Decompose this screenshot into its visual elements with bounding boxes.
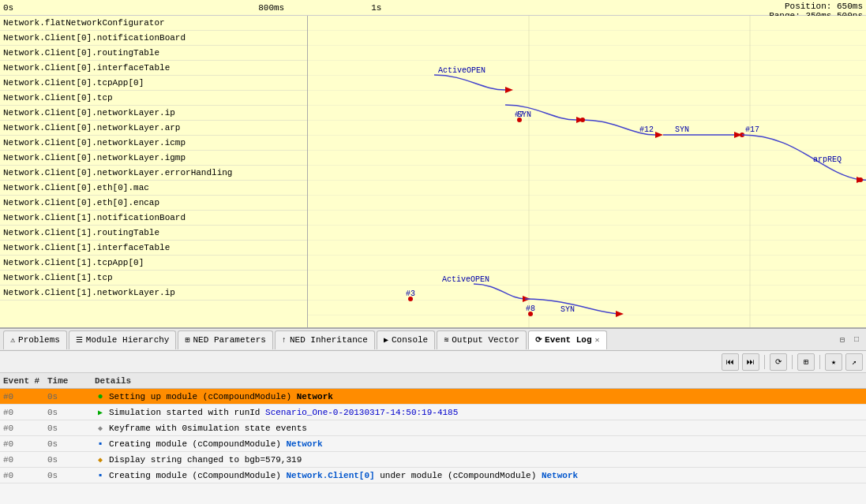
- module-row: Network.Client[0].tcp: [0, 91, 307, 106]
- maximize-btn[interactable]: □: [850, 334, 863, 346]
- event-details: ▪ Creating module (cCompoundModule) Netw…: [95, 470, 866, 481]
- event-table-header: Event # Time Details: [0, 373, 866, 389]
- event-detail-text: Creating module (cCompoundModule) Networ…: [109, 439, 323, 449]
- module-name-client: Network.Client[0]: [286, 471, 374, 480]
- tab-event-log-label: Event Log: [545, 335, 591, 345]
- module-row: Network.Client[1].networkLayer.ip: [0, 286, 307, 301]
- module-row: Network.Client[0].notificationBoard: [0, 31, 307, 46]
- event-icon-module: ▪: [95, 439, 106, 450]
- event-details: ▶ Simulation started with runId Scenario…: [95, 407, 866, 418]
- module-row: Network.Client[0].networkLayer.errorHand…: [0, 166, 307, 181]
- module-row: Network.Client[0].networkLayer.icmp: [0, 136, 307, 151]
- module-row: Network.flatNetworkConfigurator: [0, 16, 307, 31]
- toolbar-sep-1: [764, 355, 765, 369]
- event-detail-text: Setting up module (cCompoundModule) Netw…: [109, 392, 333, 401]
- event-icon-display: ◆: [95, 454, 106, 465]
- module-name: Network: [286, 439, 322, 449]
- event-icon-module2: ▪: [95, 470, 106, 481]
- svg-text:#3: #3: [406, 289, 415, 298]
- tab-ned-parameters-label: NED Parameters: [193, 335, 266, 345]
- ned-parameters-icon: ⊞: [185, 335, 189, 345]
- tab-bar: ⚠ Problems ☰ Module Hierarchy ⊞ NED Para…: [0, 329, 866, 351]
- col-details-header: Details: [95, 376, 866, 386]
- svg-point-19: [858, 177, 863, 182]
- time-800ms: 800ms: [258, 3, 284, 13]
- event-details: ▪ Creating module (cCompoundModule) Netw…: [95, 439, 866, 450]
- tab-problems[interactable]: ⚠ Problems: [3, 330, 67, 349]
- toolbar-btn-6[interactable]: ↗: [845, 353, 863, 371]
- module-hierarchy-icon: ☰: [76, 335, 83, 345]
- ned-inheritance-icon: ↑: [282, 336, 287, 345]
- event-row-2: #0 0s ◆ Keyframe with 0simulation state …: [0, 420, 866, 436]
- timeline-canvas[interactable]: ActiveOPEN SYN #7 #12 SYN #17: [308, 16, 866, 327]
- svg-text:SYN: SYN: [560, 305, 575, 314]
- event-log-toolbar: ⏮ ⏭ ⟳ ⊞ ★ ↗: [0, 351, 866, 373]
- svg-text:#12: #12: [639, 125, 654, 134]
- module-row: Network.Client[0].interfaceTable: [0, 61, 307, 76]
- toolbar-btn-5[interactable]: ★: [825, 353, 842, 371]
- module-row: Network.Client[0].networkLayer.ip: [0, 106, 307, 121]
- toolbar-btn-2[interactable]: ⏭: [742, 353, 759, 371]
- event-num: #0: [0, 408, 47, 417]
- toolbar-sep-2: [792, 355, 793, 369]
- tab-ned-inheritance-label: NED Inheritance: [290, 335, 368, 345]
- tab-module-hierarchy-label: Module Hierarchy: [86, 335, 170, 345]
- event-row-5: #0 0s ▪ Creating module (cCompoundModule…: [0, 468, 866, 483]
- svg-text:arpREQ: arpREQ: [813, 155, 842, 164]
- event-icon-play: ▶: [95, 407, 106, 418]
- svg-text:ActiveOPEN: ActiveOPEN: [438, 66, 485, 75]
- event-details: ● Setting up module (cCompoundModule) Ne…: [95, 391, 866, 402]
- toolbar-btn-3[interactable]: ⟳: [770, 353, 787, 371]
- event-detail-text: Creating module (cCompoundModule) Networ…: [109, 471, 578, 480]
- tab-module-hierarchy[interactable]: ☰ Module Hierarchy: [69, 330, 177, 349]
- module-row: Network.Client[1].tcp: [0, 271, 307, 286]
- module-row: Network.Client[1].notificationBoard: [0, 211, 307, 226]
- event-row-0: #0 0s ● Setting up module (cCompoundModu…: [0, 389, 866, 405]
- timeline-area: 0s 800ms 1s Position: 650ms Range: 350ms…: [0, 0, 866, 327]
- event-row-1: #0 0s ▶ Simulation started with runId Sc…: [0, 405, 866, 420]
- module-list: Network.flatNetworkConfigurator Network.…: [0, 16, 308, 327]
- event-time: 0s: [47, 455, 95, 465]
- svg-rect-1: [308, 16, 866, 327]
- tab-output-vector-label: Output Vector: [452, 335, 519, 345]
- event-log-icon: ⟳: [535, 335, 542, 345]
- module-row: Network.Client[0].routingTable: [0, 46, 307, 61]
- event-time: 0s: [47, 424, 95, 433]
- tab-ned-inheritance[interactable]: ↑ NED Inheritance: [275, 330, 375, 349]
- output-vector-icon: ≋: [444, 335, 448, 345]
- module-row: Network.Client[0].eth[0].encap: [0, 196, 307, 211]
- event-detail-text: Display string changed to bgb=579,319: [109, 455, 302, 465]
- run-id-link[interactable]: Scenario_One-0-20130317-14:50:19-4185: [265, 408, 458, 417]
- event-row-4: #0 0s ◆ Display string changed to bgb=57…: [0, 452, 866, 468]
- col-event-header: Event #: [0, 376, 47, 386]
- toolbar-btn-4[interactable]: ⊞: [797, 353, 815, 371]
- module-row: Network.Client[1].interfaceTable: [0, 241, 307, 256]
- timeline-svg: ActiveOPEN SYN #7 #12 SYN #17: [308, 16, 866, 327]
- module-row: Network.Client[0].eth[0].mac: [0, 181, 307, 196]
- timeline-header: 0s 800ms 1s Position: 650ms Range: 350ms…: [0, 0, 866, 16]
- tab-event-log[interactable]: ⟳ Event Log ✕: [528, 330, 606, 349]
- event-icon-green-circle: ●: [95, 391, 106, 402]
- event-num: #0: [0, 392, 47, 401]
- tab-console-label: Console: [392, 335, 428, 345]
- tab-console[interactable]: ▶ Console: [377, 330, 435, 349]
- svg-text:#8: #8: [526, 304, 535, 313]
- module-row: Network.Client[1].routingTable: [0, 226, 307, 241]
- tab-ned-parameters[interactable]: ⊞ NED Parameters: [178, 330, 272, 349]
- svg-text:ActiveOPEN: ActiveOPEN: [442, 275, 489, 284]
- event-details: ◆ Display string changed to bgb=579,319: [95, 454, 866, 465]
- time-0s: 0s: [3, 3, 13, 13]
- problems-icon: ⚠: [10, 335, 15, 345]
- minimize-btn[interactable]: ⊟: [836, 334, 849, 346]
- event-num: #0: [0, 439, 47, 449]
- tab-output-vector[interactable]: ≋ Output Vector: [437, 330, 527, 349]
- module-row: Network.Client[0].networkLayer.arp: [0, 121, 307, 136]
- event-time: 0s: [47, 471, 95, 480]
- svg-text:#17: #17: [745, 125, 759, 134]
- col-time-header: Time: [47, 376, 95, 386]
- event-detail-text: Keyframe with 0simulation state events: [109, 424, 307, 433]
- tab-close-icon[interactable]: ✕: [595, 335, 600, 345]
- module-name-net: Network: [542, 471, 578, 480]
- event-num: #0: [0, 455, 47, 465]
- toolbar-btn-1[interactable]: ⏮: [722, 353, 739, 371]
